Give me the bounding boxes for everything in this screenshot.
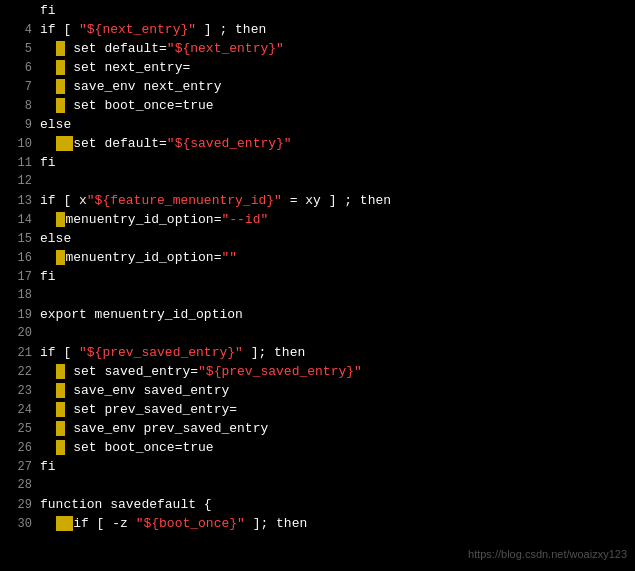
code-segment [40,383,56,398]
code-segment [56,250,66,265]
line-number: 21 [4,345,32,362]
line-number: 20 [4,325,32,342]
code-segment [56,136,74,151]
code-segment [40,60,56,75]
code-line: 10 set default="${saved_entry}" [0,135,635,154]
line-number: 19 [4,307,32,324]
code-segment: set boot_once=true [65,98,213,113]
code-segment: menuentry_id_option= [65,212,221,227]
code-line: 18 [0,287,635,306]
line-number: 16 [4,250,32,267]
line-number: 14 [4,212,32,229]
code-segment: set default= [73,136,167,151]
line-text: else [40,230,631,249]
line-number: 11 [4,155,32,172]
code-segment: set default= [65,41,166,56]
line-number: 28 [4,477,32,494]
code-segment [56,98,66,113]
code-segment [40,250,56,265]
code-line: 21if [ "${prev_saved_entry}" ]; then [0,344,635,363]
code-segment [40,364,56,379]
code-segment: set saved_entry= [65,364,198,379]
code-segment [40,402,56,417]
line-number: 4 [4,22,32,39]
line-text: save_env saved_entry [40,382,631,401]
line-text: fi [40,268,631,287]
line-number: 9 [4,117,32,134]
code-segment: set next_entry= [65,60,190,75]
line-text: menuentry_id_option="--id" [40,211,631,230]
line-number: 29 [4,497,32,514]
code-segment [40,516,56,531]
code-line: 22 set saved_entry="${prev_saved_entry}" [0,363,635,382]
code-line: 5 set default="${next_entry}" [0,40,635,59]
code-line: 7 save_env next_entry [0,78,635,97]
code-segment: if [ [40,22,79,37]
code-segment [40,440,56,455]
code-segment: fi [40,269,56,284]
code-line: 20 [0,325,635,344]
code-segment [40,212,56,227]
code-segment: if [ x [40,193,87,208]
code-line: 12 [0,173,635,192]
code-segment [56,440,66,455]
code-segment: "" [221,250,237,265]
code-segment: else [40,117,71,132]
code-line: 19export menuentry_id_option [0,306,635,325]
code-segment: set prev_saved_entry= [65,402,237,417]
code-segment [40,98,56,113]
code-segment [56,402,66,417]
line-text: set default="${saved_entry}" [40,135,631,154]
line-text: if [ "${prev_saved_entry}" ]; then [40,344,631,363]
code-segment: fi [40,459,56,474]
line-number: 25 [4,421,32,438]
code-segment [56,60,66,75]
code-segment: menuentry_id_option= [65,250,221,265]
code-line: 11fi [0,154,635,173]
code-line: 29function savedefault { [0,496,635,515]
line-number: 5 [4,41,32,58]
line-text: fi [40,2,631,21]
code-segment [40,79,56,94]
code-line: fi [0,2,635,21]
code-segment: save_env saved_entry [65,383,229,398]
code-segment [40,41,56,56]
code-segment: "--id" [221,212,268,227]
line-text: set prev_saved_entry= [40,401,631,420]
code-segment: if [ [40,345,79,360]
code-line: 30 if [ -z "${boot_once}" ]; then [0,515,635,534]
code-segment: "${boot_once}" [136,516,245,531]
code-segment: set boot_once=true [65,440,213,455]
code-line: 23 save_env saved_entry [0,382,635,401]
code-segment: if [ -z [73,516,135,531]
code-segment: fi [40,155,56,170]
code-line: 9else [0,116,635,135]
code-editor: fi4if [ "${next_entry}" ] ; then5 set de… [0,0,635,571]
code-line: 8 set boot_once=true [0,97,635,116]
line-text: set saved_entry="${prev_saved_entry}" [40,363,631,382]
code-segment: ] ; then [196,22,266,37]
code-segment [40,421,56,436]
line-number: 22 [4,364,32,381]
code-segment: save_env prev_saved_entry [65,421,268,436]
line-text: if [ "${next_entry}" ] ; then [40,21,631,40]
code-segment [56,41,66,56]
code-segment: "${next_entry}" [167,41,284,56]
line-number: 26 [4,440,32,457]
line-number: 24 [4,402,32,419]
code-line: 16 menuentry_id_option="" [0,249,635,268]
line-number: 18 [4,287,32,304]
line-text: if [ x"${feature_menuentry_id}" = xy ] ;… [40,192,631,211]
line-number: 12 [4,173,32,190]
code-segment: function savedefault { [40,497,212,512]
code-segment: ]; then [245,516,307,531]
code-line: 15else [0,230,635,249]
code-line: 24 set prev_saved_entry= [0,401,635,420]
code-line: 26 set boot_once=true [0,439,635,458]
line-text: set boot_once=true [40,97,631,116]
code-segment: "${saved_entry}" [167,136,292,151]
line-text: set boot_once=true [40,439,631,458]
code-segment: save_env next_entry [65,79,221,94]
code-segment: fi [40,3,56,18]
line-number: 17 [4,269,32,286]
